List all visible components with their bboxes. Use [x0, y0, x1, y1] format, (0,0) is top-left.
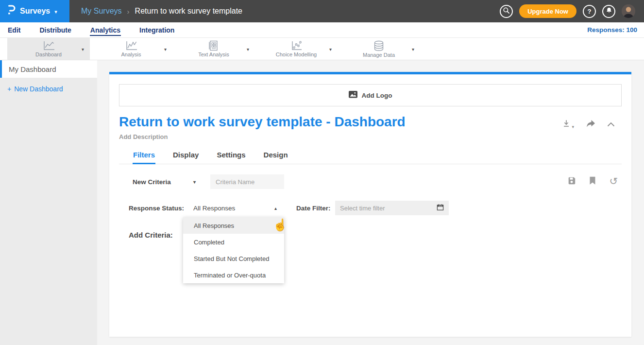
- database-icon: [373, 40, 385, 52]
- toolbar-item-label: Choice Modelling: [276, 52, 317, 57]
- page-title[interactable]: Return to work survey template - Dashboa…: [119, 114, 406, 130]
- trend-chart-icon: [124, 40, 138, 51]
- calendar-icon: [437, 204, 444, 212]
- criteria-name-input[interactable]: [210, 174, 284, 189]
- collapse-button[interactable]: [607, 120, 615, 129]
- chevron-down-icon[interactable]: ▾: [82, 46, 84, 52]
- toolbar-item-label: Analysis: [121, 52, 141, 57]
- tab-design[interactable]: Design: [263, 151, 288, 164]
- document-grid-icon: [208, 40, 219, 51]
- title-row: Return to work survey template - Dashboa…: [119, 114, 622, 130]
- toolbar-item-text-analysis[interactable]: Text Analysis ▾: [172, 38, 255, 60]
- add-description-field[interactable]: Add Description: [119, 133, 622, 140]
- breadcrumb-separator: ›: [127, 7, 130, 16]
- add-criteria-label: Add Criteria:: [129, 231, 173, 239]
- chevron-down-icon[interactable]: ▾: [412, 46, 414, 52]
- tab-settings[interactable]: Settings: [216, 151, 246, 164]
- toolbar-item-manage-data[interactable]: Manage Data ▾: [338, 38, 420, 60]
- questionpro-logo-icon: [7, 4, 16, 18]
- criteria-type-value: New Criteria: [133, 178, 171, 186]
- sidebar-item-label: My Dashboard: [9, 65, 56, 73]
- response-status-dropdown: All Responses Completed Started But Not …: [183, 217, 284, 283]
- tab-filters[interactable]: Filters: [133, 151, 155, 164]
- date-filter-input[interactable]: [340, 205, 434, 212]
- responses-count[interactable]: Responses: 100: [587, 26, 644, 34]
- dropdown-option-started-not-completed[interactable]: Started But Not Completed: [183, 250, 284, 267]
- menu-item-distribute[interactable]: Distribute: [39, 24, 71, 36]
- top-bar: Surveys ▾ My Surveys › Return to work su…: [0, 0, 644, 22]
- title-actions: ▾: [562, 119, 615, 130]
- response-status-label: Response Status:: [129, 205, 193, 212]
- criteria-type-select[interactable]: New Criteria ▾: [133, 178, 196, 186]
- search-icon: [503, 7, 510, 16]
- new-dashboard-label: New Dashboard: [14, 85, 63, 93]
- analytics-toolbar: Dashboard ▾ Analysis ▾ Text Analysis ▾ C…: [0, 38, 644, 60]
- line-chart-icon: [42, 40, 55, 51]
- page-body: My Dashboard + New Dashboard Add Logo Re…: [0, 60, 644, 345]
- notifications-button[interactable]: [602, 5, 615, 18]
- menu-item-integration[interactable]: Integration: [139, 24, 175, 36]
- dropdown-option-terminated-overquota[interactable]: Terminated or Over-quota: [183, 267, 284, 283]
- sidebar-item-my-dashboard[interactable]: My Dashboard: [0, 60, 97, 78]
- search-button[interactable]: [500, 5, 513, 18]
- share-button[interactable]: [586, 120, 595, 130]
- share-arrow-icon: [586, 120, 595, 130]
- chevron-down-icon[interactable]: ▾: [247, 46, 249, 52]
- chevron-down-icon: ▾: [193, 179, 196, 185]
- dashboard-sidebar: My Dashboard + New Dashboard: [0, 60, 97, 345]
- chevron-down-icon: ▾: [572, 124, 574, 129]
- download-icon: [562, 119, 571, 130]
- save-button[interactable]: [567, 176, 576, 187]
- toolbar-item-dashboard[interactable]: Dashboard ▾: [7, 38, 90, 60]
- bell-icon: [606, 7, 612, 16]
- new-dashboard-button[interactable]: + New Dashboard: [7, 85, 97, 93]
- product-switcher-label: Surveys: [20, 7, 50, 16]
- plus-icon: +: [7, 85, 11, 93]
- criteria-row: New Criteria ▾ ↺: [133, 174, 622, 189]
- breadcrumb-current: Return to work survey template: [135, 7, 242, 16]
- chevron-down-icon: ▾: [54, 9, 57, 15]
- avatar[interactable]: [622, 4, 635, 18]
- add-logo-button[interactable]: Add Logo: [119, 84, 622, 106]
- breadcrumb: My Surveys › Return to work survey templ…: [81, 7, 242, 16]
- date-filter-field[interactable]: [335, 201, 449, 215]
- chevron-up-icon: [607, 120, 615, 129]
- upgrade-button[interactable]: Upgrade Now: [519, 4, 576, 18]
- scatter-plot-icon: [290, 40, 303, 51]
- survey-menu-bar: Edit Distribute Analytics Integration Re…: [0, 22, 644, 38]
- bookmark-button[interactable]: [589, 176, 596, 187]
- date-filter-label: Date Filter:: [296, 205, 335, 212]
- main-content: Add Logo Return to work survey template …: [97, 60, 644, 345]
- product-switcher[interactable]: Surveys ▾: [0, 0, 69, 22]
- dropdown-option-all-responses[interactable]: All Responses: [183, 217, 284, 234]
- floppy-disk-icon: [567, 178, 576, 187]
- toolbar-item-choice-modelling[interactable]: Choice Modelling ▾: [255, 38, 338, 60]
- chevron-up-icon: ▴: [274, 206, 277, 211]
- reset-icon: ↺: [609, 175, 618, 187]
- tab-display[interactable]: Display: [172, 151, 199, 164]
- topbar-actions: Upgrade Now ?: [500, 4, 644, 18]
- filter-row: Response Status: All Responses ▴ Date Fi…: [129, 201, 622, 215]
- app-root: Surveys ▾ My Surveys › Return to work su…: [0, 0, 644, 345]
- menu-item-analytics[interactable]: Analytics: [90, 24, 121, 36]
- toolbar-item-label: Text Analysis: [198, 52, 229, 57]
- menu-item-edit[interactable]: Edit: [7, 24, 21, 36]
- chevron-down-icon[interactable]: ▾: [164, 46, 167, 52]
- bookmark-icon: [589, 178, 596, 187]
- breadcrumb-my-surveys[interactable]: My Surveys: [81, 7, 122, 16]
- response-status-select[interactable]: All Responses ▴: [193, 205, 277, 212]
- add-logo-label: Add Logo: [362, 92, 392, 99]
- response-status-value: All Responses: [193, 205, 235, 212]
- toolbar-item-label: Manage Data: [363, 52, 395, 58]
- download-button[interactable]: ▾: [562, 119, 574, 130]
- reset-button[interactable]: ↺: [609, 177, 618, 187]
- dashboard-tabs: Filters Display Settings Design: [119, 151, 622, 164]
- dropdown-option-completed[interactable]: Completed: [183, 234, 284, 250]
- toolbar-item-analysis[interactable]: Analysis ▾: [90, 38, 172, 60]
- image-icon: [349, 91, 357, 100]
- criteria-actions: ↺: [567, 176, 618, 187]
- dashboard-card: Add Logo Return to work survey template …: [109, 72, 631, 337]
- toolbar-item-label: Dashboard: [35, 52, 62, 57]
- help-button[interactable]: ?: [583, 5, 596, 18]
- chevron-down-icon[interactable]: ▾: [329, 46, 332, 52]
